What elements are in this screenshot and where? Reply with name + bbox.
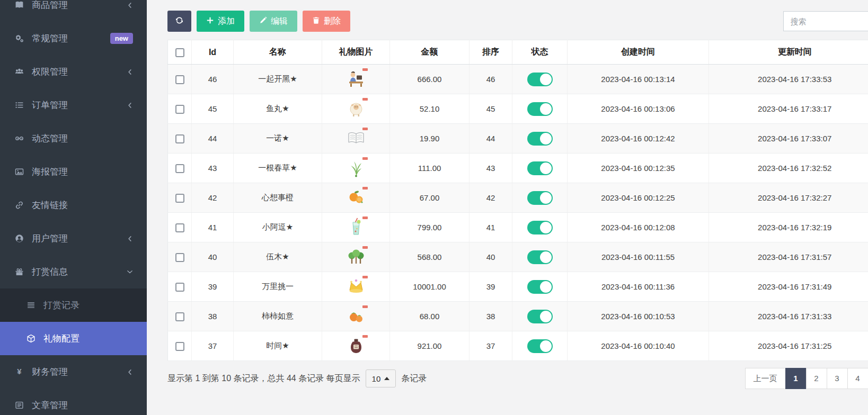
sidebar-item-label: 用户管理 [32,232,68,245]
row-name: 心想事橙 [234,183,322,213]
row-checkbox[interactable] [175,134,184,143]
column-header: 金额 [390,40,470,65]
row-select-cell [168,272,192,302]
sidebar-item-links[interactable]: 友情链接 [0,188,147,222]
row-updated-at: 2023-04-16 17:33:17 [709,94,868,124]
sidebar-item-permission[interactable]: 权限管理 [0,55,147,88]
table-row[interactable]: 43一根春草★111.00432023-04-16 00:12:352023-0… [168,154,868,183]
article-icon [13,401,25,410]
row-id: 38 [192,302,234,331]
toolbar: 添加 编辑 删除 [167,11,868,32]
chevron-left-icon [127,69,133,75]
main-content: 添加 编辑 删除 Id名称礼物图片金额排序状态创建时间更新时间 46一起开黑★6… [147,0,868,415]
sidebar-nav: 商品管理常规管理new权限管理订单管理动态管理海报管理友情链接用户管理打赏信息打… [0,0,147,415]
row-name: 柿柿如意 [234,302,322,331]
row-gift-image-cell [322,302,390,331]
sidebar-item-general[interactable]: 常规管理new [0,22,147,55]
sidebar-item-dynamic[interactable]: 动态管理 [0,122,147,155]
row-created-at: 2023-04-16 00:10:40 [568,331,709,361]
search-input[interactable] [783,11,868,31]
sidebar-item-finance[interactable]: ¥财务管理 [0,355,147,389]
row-checkbox[interactable] [175,253,184,262]
row-updated-at: 2023-04-16 17:32:27 [709,183,868,213]
pagination-page-4[interactable]: 4 [847,368,868,389]
status-toggle[interactable] [527,73,553,86]
status-toggle[interactable] [527,339,553,353]
link-icon [13,201,25,210]
pagination-page-2[interactable]: 2 [806,368,827,389]
row-select-cell [168,302,192,331]
column-header: 创建时间 [568,40,709,65]
row-select-cell [168,65,192,94]
toggle-knob [540,163,552,174]
pagination-page-3[interactable]: 3 [827,368,848,389]
sidebar-item-users[interactable]: 用户管理 [0,222,147,255]
row-status-cell [512,331,568,361]
row-sort: 40 [470,242,512,272]
table-row[interactable]: 39万里挑一10001.00392023-04-16 00:11:362023-… [168,272,868,302]
row-created-at: 2023-04-16 00:11:36 [568,272,709,302]
row-checkbox[interactable] [175,194,184,203]
add-button[interactable]: 添加 [197,11,244,32]
pencil-icon [259,16,271,26]
sidebar-item-orders[interactable]: 订单管理 [0,88,147,122]
gift-stamp [362,335,368,338]
status-toggle[interactable] [527,280,553,294]
table-row[interactable]: 37时间★921.00372023-04-16 00:10:402023-04-… [168,331,868,361]
gift-stamp [362,216,368,219]
sidebar-item-reward[interactable]: 打赏信息 [0,255,147,288]
toggle-knob [540,281,552,293]
status-toggle[interactable] [527,310,553,323]
table-row[interactable]: 41小阿逗★799.00412023-04-16 00:12:082023-04… [168,213,868,242]
plus-icon [206,16,218,26]
row-checkbox[interactable] [175,164,184,173]
sidebar-item-gift-config[interactable]: 礼物配置 [0,322,147,355]
sidebar-item-label: 友情链接 [32,199,68,211]
sidebar-item-goods[interactable]: 商品管理 [0,0,147,22]
sidebar-item-poster[interactable]: 海报管理 [0,155,147,188]
row-checkbox[interactable] [175,342,184,351]
list-icon [13,101,25,110]
row-created-at: 2023-04-16 00:12:42 [568,124,709,154]
row-checkbox[interactable] [175,283,184,292]
status-toggle[interactable] [527,250,553,264]
row-checkbox[interactable] [175,75,184,84]
status-toggle[interactable] [527,221,553,234]
select-all-checkbox[interactable] [175,48,184,57]
row-id: 42 [192,183,234,213]
row-status-cell [512,242,568,272]
status-toggle[interactable] [527,191,553,205]
table-row[interactable]: 46一起开黑★666.00462023-04-16 00:13:142023-0… [168,65,868,94]
status-toggle[interactable] [527,132,553,146]
edit-button[interactable]: 编辑 [250,11,297,32]
gift-image-wine-jar [344,335,368,357]
row-select-cell [168,242,192,272]
row-id: 40 [192,242,234,272]
row-checkbox[interactable] [175,312,184,321]
row-status-cell [512,154,568,183]
table-row[interactable]: 45鱼丸★52.10452023-04-16 00:13:062023-04-1… [168,94,868,124]
table-row[interactable]: 40伍木★568.00402023-04-16 00:11:552023-04-… [168,242,868,272]
row-id: 43 [192,154,234,183]
row-gift-image-cell [322,242,390,272]
row-created-at: 2023-04-16 00:11:55 [568,242,709,272]
table-row[interactable]: 42心想事橙67.00422023-04-16 00:12:252023-04-… [168,183,868,213]
row-created-at: 2023-04-16 00:10:53 [568,302,709,331]
pagination-prev-button[interactable]: 上一页 [745,368,786,389]
row-checkbox[interactable] [175,223,184,232]
sidebar-item-label: 文章管理 [32,399,68,411]
table-footer: 显示第 1 到第 10 条记录，总共 44 条记录 每页显示 10 条记录 上一… [167,368,868,389]
table-row[interactable]: 38柿柿如意68.00382023-04-16 00:10:532023-04-… [168,302,868,331]
table-row[interactable]: 44一诺★19.90442023-04-16 00:12:422023-04-1… [168,124,868,154]
status-toggle[interactable] [527,102,553,116]
sidebar-item-articles[interactable]: 文章管理 [0,389,147,415]
delete-button[interactable]: 删除 [303,11,350,32]
row-checkbox[interactable] [175,105,184,114]
sidebar-item-reward-records[interactable]: 打赏记录 [0,288,147,322]
refresh-button[interactable] [167,11,191,32]
row-select-cell [168,124,192,154]
page-size-select[interactable]: 10 [366,369,396,387]
status-toggle[interactable] [527,161,553,175]
pagination-page-1[interactable]: 1 [785,368,807,389]
add-button-label: 添加 [218,16,235,27]
